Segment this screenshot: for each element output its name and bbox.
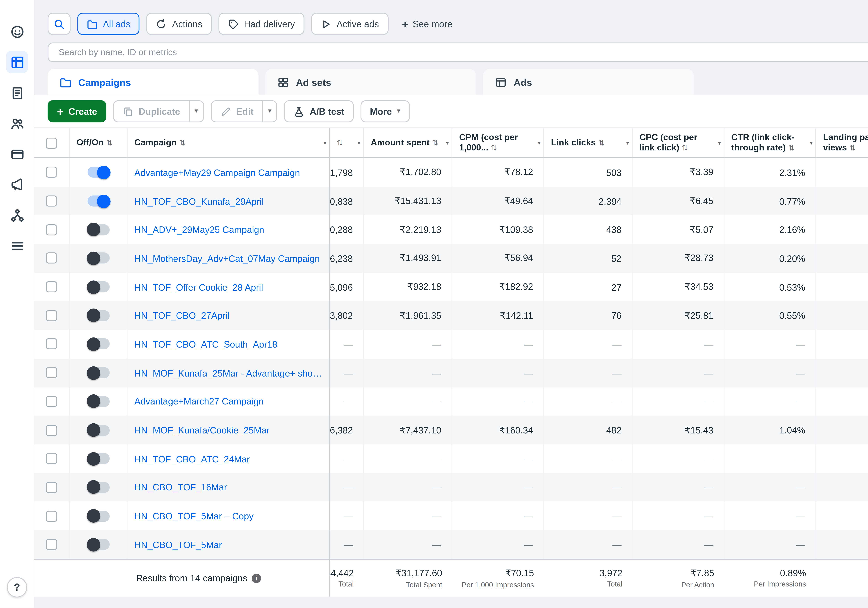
more-tools-nav-icon[interactable] — [6, 235, 28, 257]
row-checkbox[interactable] — [46, 396, 57, 407]
campaign-link[interactable]: HN_TOF_CBO_27April — [134, 310, 322, 321]
campaign-link[interactable]: Advantage+May29 Campaign Campaign — [134, 167, 322, 178]
search-filter-button[interactable] — [48, 13, 70, 35]
row-checkbox[interactable] — [46, 339, 57, 350]
campaign-toggle[interactable] — [87, 224, 109, 235]
campaign-link[interactable]: HN_TOF_CBO_ATC_24Mar — [134, 453, 322, 464]
row-checkbox[interactable] — [46, 253, 57, 264]
filter-pill-had-delivery[interactable]: Had delivery — [219, 13, 304, 35]
row-checkbox[interactable] — [46, 425, 57, 436]
ab-test-icon — [294, 106, 305, 117]
tab-ad-sets[interactable]: Ad sets — [265, 69, 476, 95]
ads-nav-icon[interactable] — [6, 173, 28, 195]
duplicate-menu-button[interactable]: ▾ — [189, 100, 204, 122]
metric-cell[interactable]: 2,279 — [816, 187, 868, 215]
metric-cell[interactable]: 334 — [816, 215, 868, 244]
edit-menu-button[interactable]: ▾ — [262, 100, 277, 122]
column-header[interactable]: Amount spent ⇅▾ — [364, 128, 452, 157]
create-button[interactable]: +Create — [48, 100, 106, 122]
column-menu-icon[interactable]: ▾ — [538, 139, 541, 147]
help-button[interactable]: ? — [7, 577, 27, 598]
column-menu-icon[interactable]: ▾ — [323, 139, 326, 147]
metric-cell[interactable]: 35 — [816, 244, 868, 272]
row-checkbox[interactable] — [46, 482, 57, 493]
reports-nav-icon[interactable] — [6, 82, 28, 104]
campaign-link[interactable]: HN_MOF_Kunafa/Cookie_25Mar — [134, 425, 322, 435]
metric-cell[interactable]: 24 — [816, 272, 868, 301]
column-menu-icon[interactable]: ▾ — [357, 139, 360, 147]
row-checkbox[interactable] — [46, 367, 57, 378]
campaign-link[interactable]: HN_TOF_CBO_ATC_South_Apr18 — [134, 339, 322, 349]
campaign-link[interactable]: HN_TOF_CBO_Kunafa_29April — [134, 196, 322, 206]
row-checkbox[interactable] — [46, 196, 57, 207]
filter-pill-all-ads[interactable]: All ads — [78, 13, 140, 35]
column-header[interactable]: Landing page views ⇅▾ — [816, 128, 868, 157]
campaign-toggle[interactable] — [87, 253, 109, 264]
filter-pill-active-ads[interactable]: Active ads — [311, 13, 388, 35]
billing-nav-icon[interactable] — [6, 143, 28, 165]
row-checkbox[interactable] — [46, 224, 57, 235]
row-checkbox[interactable] — [46, 511, 57, 521]
column-header[interactable]: CTR (link click-through rate) ⇅▾ — [724, 128, 816, 157]
tab-ads[interactable]: Ads — [483, 69, 694, 95]
campaign-toggle[interactable] — [87, 482, 109, 493]
metric-cell: — — [544, 387, 632, 416]
search-input[interactable] — [48, 43, 868, 62]
row-checkbox[interactable] — [46, 539, 57, 550]
campaign-link[interactable]: HN_MOF_Kunafa_25Mar - Advantage+ shoppi.… — [134, 368, 322, 378]
campaign-toggle[interactable] — [87, 539, 109, 550]
row-checkbox[interactable] — [46, 282, 57, 292]
edit-button[interactable]: Edit — [211, 100, 262, 122]
row-checkbox[interactable] — [46, 453, 57, 464]
column-menu-icon[interactable]: ▾ — [718, 139, 721, 147]
campaign-toggle[interactable] — [87, 310, 109, 321]
campaign-link[interactable]: HN_CBO_TOF_16Mar — [134, 482, 322, 492]
column-menu-icon[interactable]: ▾ — [626, 139, 629, 147]
duplicate-button[interactable]: Duplicate — [113, 100, 189, 122]
campaign-link[interactable]: HN_MothersDay_Adv+Cat_07May Campaign — [134, 253, 322, 263]
column-header[interactable]: ⇅▾ — [330, 128, 364, 157]
campaign-link[interactable]: HN_ADV+_29May25 Campaign — [134, 224, 322, 235]
metric-cell: — — [453, 530, 544, 559]
column-header[interactable]: CPC (cost per link click) ⇅▾ — [632, 128, 724, 157]
audiences-nav-icon[interactable] — [6, 112, 28, 134]
campaign-link[interactable]: HN_CBO_TOF_5Mar – Copy — [134, 511, 322, 521]
metric-cell[interactable]: 456 — [816, 158, 868, 187]
campaign-toggle[interactable] — [87, 511, 109, 521]
campaign-toggle[interactable] — [87, 367, 109, 378]
campaign-toggle[interactable] — [87, 453, 109, 464]
filter-pill-actions[interactable]: Actions — [147, 13, 212, 35]
metric-cell: ₹109.38 — [453, 215, 544, 244]
row-checkbox[interactable] — [46, 167, 57, 178]
campaign-link[interactable]: HN_CBO_TOF_5Mar — [134, 540, 322, 550]
campaign-toggle[interactable] — [87, 396, 109, 407]
structure-nav-icon[interactable] — [6, 204, 28, 226]
column-menu-icon[interactable]: ▾ — [810, 139, 813, 147]
metric-cell[interactable]: 91 — [816, 301, 868, 330]
see-more-button[interactable]: +See more — [395, 13, 459, 35]
campaign-toggle[interactable] — [87, 196, 109, 207]
tab-campaigns[interactable]: Campaigns — [48, 69, 259, 95]
campaign-toggle[interactable] — [87, 339, 109, 350]
campaign-link[interactable]: HN_TOF_Offer Cookie_28 April — [134, 282, 322, 292]
campaign-link[interactable]: Advantage+March27 Campaign — [134, 396, 322, 407]
metric-cell[interactable]: 440 — [816, 416, 868, 444]
metric-cell: — — [330, 387, 364, 416]
ab-test-button[interactable]: A/B test — [284, 100, 354, 122]
campaign-toggle[interactable] — [87, 167, 109, 178]
campaigns-nav-icon[interactable] — [6, 51, 28, 73]
account-icon[interactable] — [6, 20, 28, 43]
metric-cell: — — [816, 330, 868, 359]
column-header[interactable]: Campaign ⇅▾ — [128, 128, 330, 157]
column-header[interactable]: Link clicks ⇅▾ — [544, 128, 632, 157]
info-icon[interactable]: i — [251, 573, 261, 583]
campaign-toggle[interactable] — [87, 282, 109, 292]
column-header[interactable]: CPM (cost per 1,000... ⇅▾ — [453, 128, 544, 157]
column-menu-icon[interactable]: ▾ — [446, 139, 449, 147]
column-header[interactable]: Off/On ⇅ — [70, 128, 128, 157]
more-button[interactable]: More▾ — [361, 100, 410, 122]
row-checkbox[interactable] — [46, 310, 57, 321]
select-all-checkbox[interactable] — [46, 137, 57, 149]
ads-manager: ? All ads Actions Had delivery Active ad… — [0, 0, 868, 608]
campaign-toggle[interactable] — [87, 425, 109, 436]
